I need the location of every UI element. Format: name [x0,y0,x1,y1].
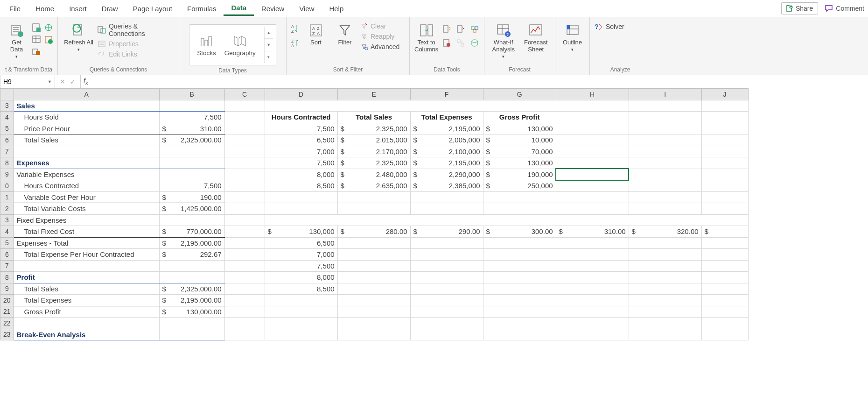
row-13[interactable]: 3 [0,214,14,226]
cell-H8[interactable] [556,157,629,169]
cell-J17[interactable] [701,260,748,272]
cell-H21[interactable] [556,306,629,318]
row-9[interactable]: 9 [0,169,14,180]
sort-button[interactable]: AZZA Sort [302,21,329,48]
properties-button[interactable]: Properties [98,40,175,48]
cell-J4[interactable] [701,112,748,123]
cell-G4[interactable]: Gross Profit [483,112,556,123]
cell-G17[interactable] [483,260,556,272]
cell-E20[interactable] [337,295,410,306]
cell-I7[interactable] [629,146,701,157]
cell-D4[interactable]: Hours Contracted [265,112,337,123]
cell-B8[interactable] [159,157,224,169]
cell-F11[interactable] [410,191,483,203]
tab-page-layout[interactable]: Page Layout [126,2,180,15]
tab-insert[interactable]: Insert [62,2,94,15]
tab-home[interactable]: Home [28,2,62,15]
cell-I4[interactable] [629,112,701,123]
whatif-button[interactable]: ? What-If Analysis ▾ [488,21,519,61]
datatypes-up[interactable]: ▲ [265,27,273,39]
cell-C15[interactable] [224,237,265,249]
cell-H9[interactable] [556,169,629,180]
cell-B16[interactable]: $292.67 [159,249,224,261]
fx-icon[interactable]: fx [81,75,91,88]
cell-C8[interactable] [224,157,265,169]
cell-B11[interactable]: $190.00 [159,191,224,203]
col-F[interactable]: F [410,89,483,100]
cell-C3[interactable] [224,100,265,112]
cell-F6[interactable]: $2,005,000 [410,134,483,146]
cell-G5[interactable]: $130,000 [483,123,556,134]
cell-C4[interactable] [224,112,265,123]
cell-E9[interactable]: $2,480,000 [337,169,410,180]
cell-F4[interactable]: Total Expenses [410,112,483,123]
from-table-icon[interactable] [31,35,42,45]
comment-button[interactable]: Comment [825,5,866,12]
cell-F18[interactable] [410,272,483,283]
cell-E4[interactable]: Total Sales [337,112,410,123]
tab-review[interactable]: Review [254,2,292,15]
formula-input[interactable] [91,75,868,88]
cell-A7[interactable] [14,146,159,157]
cell-D17[interactable]: 7,500 [265,260,337,272]
cell-J20[interactable] [701,295,748,306]
cell-A16[interactable]: Total Expense Per Hour Contracted [14,249,159,261]
cell-G14[interactable]: $300.00 [483,226,556,238]
gross-analysis-title[interactable]: Management - Gross Profit Analysis [265,214,748,226]
cell-B18[interactable] [159,272,224,283]
cell-D21[interactable] [265,306,337,318]
cell-C9[interactable] [224,169,265,180]
name-box[interactable]: ▼ [0,75,55,88]
cell-D14[interactable]: $130,000 [265,226,337,238]
cell-F17[interactable] [410,260,483,272]
cell-B19[interactable]: $2,325,000.00 [159,283,224,295]
cell-H7[interactable] [556,146,629,157]
tab-formulas[interactable]: Formulas [180,2,224,15]
cell-E21[interactable] [337,306,410,318]
cell-J10[interactable] [701,180,748,192]
cell-I22[interactable] [629,318,701,329]
row-3[interactable]: 3 [0,100,14,112]
cell-E14[interactable]: $280.00 [337,226,410,238]
cell-G10[interactable]: $250,000 [483,180,556,192]
row-11[interactable]: 1 [0,191,14,203]
cell-A21[interactable]: Gross Profit [14,306,159,318]
solver-button[interactable]: ? Solver [594,22,624,31]
cell-D22[interactable] [265,318,337,329]
cell-A20[interactable]: Total Expenses [14,295,159,306]
filter-button[interactable]: Filter [331,21,358,48]
cell-F14[interactable]: $290.00 [410,226,483,238]
cell-J12[interactable] [701,203,748,215]
cell-C17[interactable] [224,260,265,272]
cell-G22[interactable] [483,318,556,329]
remove-dup-icon[interactable] [455,23,466,35]
cell-C5[interactable] [224,123,265,134]
cell-I5[interactable] [629,123,701,134]
cell-H4[interactable] [556,112,629,123]
cell-I16[interactable] [629,249,701,261]
cell-B10[interactable]: 7,500 [159,180,224,192]
cell-F19[interactable] [410,283,483,295]
cell-C11[interactable] [224,191,265,203]
cell-C13[interactable] [224,214,265,226]
row-16[interactable]: 6 [0,249,14,261]
existing-conn-icon[interactable] [31,47,42,57]
row-20[interactable]: 20 [0,295,14,306]
sort-asc-icon[interactable]: AZ [290,23,301,35]
cell-G11[interactable] [483,191,556,203]
cell-B3[interactable] [159,100,224,112]
cell-C18[interactable] [224,272,265,283]
tab-draw[interactable]: Draw [94,2,126,15]
cell-D5[interactable]: 7,500 [265,123,337,134]
col-A[interactable]: A [14,89,159,100]
tab-view[interactable]: View [292,2,322,15]
cell-F23[interactable] [410,329,483,340]
cell-J6[interactable] [701,134,748,146]
edit-links-button[interactable]: Edit Links [98,50,175,58]
row-5[interactable]: 5 [0,123,14,134]
refresh-all-button[interactable]: Refresh All ▾ [62,21,96,54]
cell-A22[interactable] [14,318,159,329]
cell-B13[interactable] [159,214,224,226]
cell-A8[interactable]: Expenses [14,157,159,169]
cell-A6[interactable]: Total Sales [14,134,159,146]
